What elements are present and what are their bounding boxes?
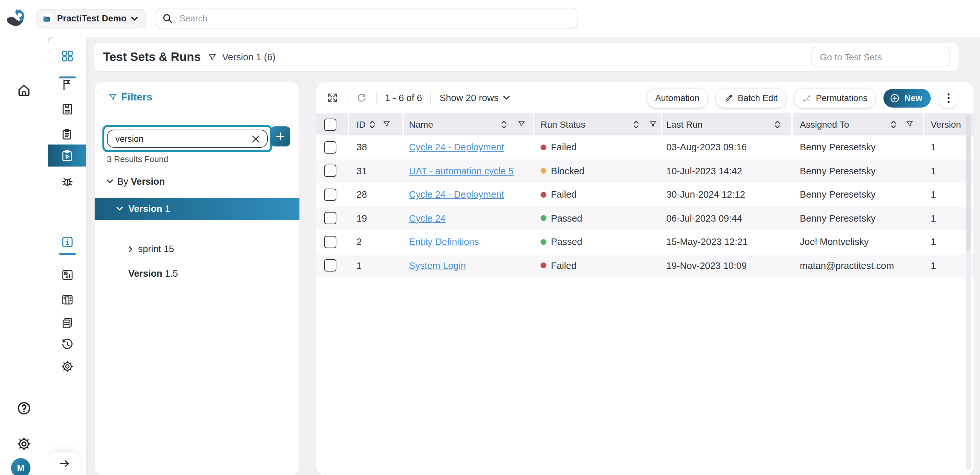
sidebar-item-test-library[interactable] [60, 128, 74, 141]
filter-search-focus-ring [102, 125, 272, 152]
tree-item-version-1-5[interactable]: Version 1.5 [128, 268, 178, 279]
status-label: Failed [551, 189, 576, 200]
table-row: 19 Cycle 24 Passed 06-Jul-2023 09:44 Ben… [316, 207, 974, 230]
row-range-label: 1 - 6 of 6 [385, 93, 422, 103]
expand-table-icon[interactable] [327, 92, 338, 104]
info-icon [60, 235, 74, 249]
test-set-link[interactable]: Cycle 24 - Deployment [409, 189, 504, 200]
sidebar-item-goals[interactable] [60, 78, 74, 91]
test-sets-table-card: 1 - 6 of 6 Show 20 rows Automation Batch… [316, 82, 974, 475]
bug-icon [60, 174, 74, 188]
toolbar-divider [376, 92, 377, 104]
project-folder-icon [41, 13, 52, 24]
sort-icon[interactable] [633, 119, 639, 129]
home-icon[interactable] [16, 82, 32, 98]
cell-assigned-to: Benny Peresetsky [793, 135, 924, 159]
column-filter-icon[interactable] [517, 120, 526, 129]
test-set-link[interactable]: System Login [409, 261, 466, 271]
row-checkbox[interactable] [324, 236, 336, 248]
more-actions-button[interactable] [939, 89, 958, 108]
sort-icon[interactable] [501, 119, 507, 129]
pencil-icon [724, 93, 734, 103]
row-checkbox[interactable] [324, 212, 336, 224]
tree-item-sprint-15[interactable]: sprint 15 [128, 244, 174, 254]
table-header-row: ID Name Run Status Last Run Assigned To [316, 113, 974, 135]
goto-test-sets [811, 47, 950, 67]
filter-funnel-icon[interactable] [207, 52, 217, 62]
cell-last-run: 03-Aug-2023 09:16 [662, 135, 793, 159]
collapse-sidebar-button[interactable] [48, 452, 80, 475]
header-checkbox-cell [316, 113, 349, 135]
user-avatar[interactable]: M [11, 458, 30, 475]
status-dot [541, 216, 546, 221]
table-actions: Automation Batch Edit Permutations New [647, 88, 958, 108]
table-row: 31 UAT - automation cycle 5 Blocked 10-J… [316, 159, 974, 183]
table-scrollbar[interactable] [966, 115, 971, 470]
sidebar-item-info[interactable] [60, 235, 74, 249]
sort-icon[interactable] [891, 119, 896, 129]
cell-last-run: 06-Jul-2023 09:44 [662, 207, 793, 230]
settings-gear-icon[interactable] [16, 436, 32, 452]
module-sidebar [48, 37, 86, 475]
filter-search [107, 130, 268, 148]
tree-item-label-bold: Version [128, 203, 162, 214]
new-button[interactable]: New [883, 89, 931, 108]
grid-icon [60, 49, 74, 63]
row-checkbox[interactable] [324, 165, 336, 177]
row-checkbox[interactable] [324, 141, 336, 154]
permutations-button[interactable]: Permutations [794, 88, 876, 108]
project-selector[interactable]: PractiTest Demo [36, 9, 146, 28]
clear-search-icon[interactable] [251, 135, 260, 143]
column-filter-icon[interactable] [649, 120, 657, 129]
cell-id: 28 [349, 183, 404, 207]
sort-icon[interactable] [369, 119, 375, 129]
sidebar-item-issues[interactable] [60, 174, 74, 188]
cell-id: 1 [349, 254, 404, 277]
goto-test-sets-input[interactable] [812, 52, 949, 62]
sort-icon[interactable] [775, 119, 780, 129]
row-checkbox[interactable] [324, 189, 336, 201]
page-size-label: Show 20 rows [439, 93, 498, 103]
sidebar-item-boards[interactable] [60, 293, 74, 307]
row-checkbox[interactable] [324, 259, 336, 272]
top-bar: PractiTest Demo [0, 0, 980, 37]
automation-label: Automation [655, 93, 700, 103]
column-label: Name [409, 119, 433, 130]
tree-item-version-1-selected[interactable]: Version 1 [95, 198, 299, 220]
refresh-icon[interactable] [356, 92, 368, 104]
group-name: Version [131, 176, 165, 187]
status-label: Passed [551, 237, 582, 247]
sidebar-item-dashboard[interactable] [60, 49, 74, 63]
automation-button[interactable]: Automation [647, 88, 708, 108]
sidebar-item-reports[interactable] [60, 268, 74, 282]
filter-group-by-version[interactable]: ByVersion [106, 176, 165, 187]
tree-item-label-bold: Version [128, 268, 162, 279]
sidebar-item-history[interactable] [60, 338, 74, 351]
help-icon[interactable] [16, 400, 32, 416]
boards-icon [60, 293, 74, 307]
sidebar-item-requirements[interactable] [60, 102, 74, 116]
header-last-run: Last Run [662, 113, 793, 135]
toolbar-divider [430, 92, 431, 104]
batch-edit-button[interactable]: Batch Edit [716, 88, 786, 108]
filters-panel: Filters 3 Results Found ByVersion Versio… [95, 82, 299, 475]
test-set-link[interactable]: UAT - automation cycle 5 [409, 166, 514, 176]
column-filter-icon[interactable] [382, 120, 391, 129]
filter-search-input[interactable] [108, 134, 249, 143]
add-filter-button[interactable] [270, 126, 290, 146]
sidebar-item-settings[interactable] [60, 360, 74, 373]
page-size-select[interactable]: Show 20 rows [439, 93, 510, 103]
new-label: New [904, 93, 922, 103]
global-search-input[interactable] [178, 13, 577, 24]
test-set-link[interactable]: Entity Definitions [409, 237, 479, 247]
scrollbar-thumb[interactable] [966, 115, 971, 251]
select-all-checkbox[interactable] [324, 118, 336, 130]
report-chart-icon [60, 268, 74, 282]
sidebar-item-test-sets-runs-active[interactable] [48, 145, 86, 167]
column-filter-icon[interactable] [905, 120, 914, 129]
sidebar-item-documents[interactable] [60, 316, 74, 330]
status-label: Passed [551, 213, 582, 224]
page-header: Test Sets & Runs Version 1 (6) [94, 43, 959, 71]
test-set-link[interactable]: Cycle 24 [409, 213, 445, 224]
test-set-link[interactable]: Cycle 24 - Deployment [409, 142, 504, 153]
